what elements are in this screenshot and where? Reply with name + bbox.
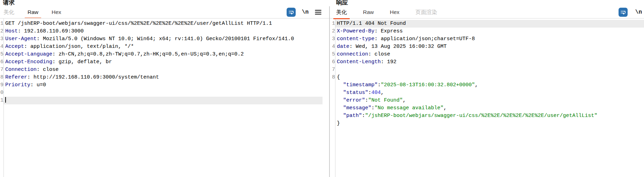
code-line[interactable]: "path":"/jshERP-boot/webjars/swagger-ui/… <box>335 112 644 120</box>
newline-toggle[interactable]: \n <box>302 9 309 15</box>
line-number: 2 <box>0 28 3 35</box>
code-line[interactable]: Host: 192.168.110.69:3000 <box>4 28 329 35</box>
token: "message" <box>343 105 371 111</box>
token: "No message available" <box>374 105 444 111</box>
token: , <box>381 90 384 96</box>
line-number: 7 <box>332 66 335 74</box>
active-code-line[interactable] <box>4 97 323 104</box>
line-number: 6 <box>332 58 335 66</box>
token: : u=0 <box>30 82 46 88</box>
tab-response-beautify[interactable]: 美化 <box>336 9 347 16</box>
code-line[interactable]: "status":404, <box>335 89 644 97</box>
token: { <box>337 74 340 80</box>
line-number: 5 <box>332 51 335 58</box>
code-line[interactable]: User-Agent: Mozilla/5.0 (Windows NT 10.0… <box>4 35 329 43</box>
response-toolbar: \n <box>619 8 644 17</box>
line-number: 1 <box>0 97 3 104</box>
token: , <box>444 105 447 111</box>
line-number: 3 <box>332 35 335 43</box>
request-tabbar: 美化 Raw Hex \n <box>0 6 329 19</box>
token: date <box>337 44 349 50</box>
code-line[interactable]: "message":"No message available", <box>335 104 644 112</box>
line-number: 8 <box>0 74 3 81</box>
token: User-Agent <box>5 36 37 42</box>
token: X-Powered-By <box>337 28 374 34</box>
token: Referer <box>5 74 27 80</box>
code-line[interactable] <box>335 66 644 74</box>
soft-wrap-icon[interactable] <box>287 8 296 17</box>
token: } <box>337 120 340 126</box>
code-line[interactable]: content-type: application/json;charset=U… <box>335 35 644 43</box>
tab-request-hex[interactable]: Hex <box>52 9 61 15</box>
tab-request-raw[interactable]: Raw <box>28 9 38 15</box>
code-line[interactable]: Connection: close <box>4 66 329 74</box>
token: : <box>365 97 368 103</box>
token: HTTP/1.1 404 Not Found <box>337 21 406 27</box>
token: Accept <box>5 44 24 50</box>
token: , <box>403 97 406 103</box>
token: "Not Found" <box>368 97 403 103</box>
code-line[interactable]: { <box>335 74 644 81</box>
soft-wrap-icon[interactable] <box>619 8 628 17</box>
response-panel: 响应 美化 Raw Hex 页面渲染 \n 12345678HTTP/1.1 4… <box>330 0 644 177</box>
code-line[interactable]: "timestamp":"2025-08-13T16:00:32.802+000… <box>335 81 644 89</box>
token: Priority <box>5 82 30 88</box>
line-number: 1 <box>332 20 335 28</box>
token: Content-Length <box>337 59 381 65</box>
token: Connection <box>5 67 37 73</box>
code-line[interactable]: } <box>335 120 644 127</box>
active-code-line[interactable]: HTTP/1.1 404 Not Found <box>335 20 644 28</box>
response-editor[interactable]: 12345678HTTP/1.1 404 Not FoundX-Powered-… <box>330 19 644 177</box>
tab-response-hex[interactable]: Hex <box>390 9 400 15</box>
tab-response-raw[interactable]: Raw <box>363 9 374 15</box>
token: : application/json, text/plain, */* <box>24 44 134 50</box>
code-line[interactable]: Priority: u=0 <box>4 81 329 89</box>
code-line[interactable]: connection: close <box>335 51 644 58</box>
code-line[interactable]: date: Wed, 13 Aug 2025 16:00:32 GMT <box>335 43 644 51</box>
token: "status" <box>343 90 368 96</box>
text-cursor <box>5 97 6 103</box>
token: Accept-Encoding <box>5 59 52 65</box>
token: : Mozilla/5.0 (Windows NT 10.0; Win64; x… <box>37 36 294 42</box>
token: : close <box>37 67 59 73</box>
line-number: 7 <box>0 66 3 74</box>
code-line[interactable]: Referer: http://192.168.110.69:3000/syst… <box>4 74 329 81</box>
request-panel: 请求 美化 Raw Hex \n <box>0 0 329 177</box>
code-line[interactable] <box>4 89 329 97</box>
token: "path" <box>343 113 362 119</box>
code-area: GET /jshERP-boot/webjars/swagger-ui/css/… <box>4 19 329 177</box>
tab-response-render[interactable]: 页面渲染 <box>416 9 437 16</box>
line-number <box>332 112 335 120</box>
line-number <box>332 81 335 89</box>
code-line[interactable]: Accept-Encoding: gzip, deflate, br <box>4 58 329 66</box>
code-line[interactable]: Accept: application/json, text/plain, */… <box>4 43 329 51</box>
line-number <box>332 89 335 97</box>
token <box>337 97 343 103</box>
token: connection <box>337 51 368 57</box>
line-number: 8 <box>332 74 335 81</box>
code-line[interactable]: GET /jshERP-boot/webjars/swagger-ui/css/… <box>4 20 329 28</box>
request-toolbar: \n <box>287 8 329 17</box>
line-number: 4 <box>0 43 3 51</box>
newline-toggle[interactable]: \n <box>635 9 642 15</box>
code-line[interactable]: "error":"Not Found", <box>335 97 644 104</box>
line-number: 0 <box>0 89 3 97</box>
code-line[interactable]: Content-Length: 192 <box>335 58 644 66</box>
code-line[interactable]: Accept-Language: zh-CN,zh;q=0.8,zh-TW;q=… <box>4 51 329 58</box>
token <box>337 82 343 88</box>
line-number <box>332 120 335 127</box>
response-panel-title: 响应 <box>330 0 644 6</box>
code-line[interactable]: X-Powered-By: Express <box>335 28 644 35</box>
token: : <box>362 113 365 119</box>
token: : <box>368 90 371 96</box>
token: : 192 <box>381 59 396 65</box>
token: : zh-CN,zh;q=0.8,zh-TW;q=0.7,zh-HK;q=0.5… <box>52 51 244 57</box>
request-editor[interactable]: 12345678901GET /jshERP-boot/webjars/swag… <box>0 19 329 177</box>
token: : application/json;charset=UTF-8 <box>374 36 475 42</box>
tab-request-beautify[interactable]: 美化 <box>3 9 14 16</box>
token <box>337 90 343 96</box>
hamburger-menu-icon[interactable] <box>315 9 321 15</box>
token: : <box>371 105 374 111</box>
code-area: HTTP/1.1 404 Not FoundX-Powered-By: Expr… <box>335 19 644 177</box>
token: : close <box>368 51 390 57</box>
